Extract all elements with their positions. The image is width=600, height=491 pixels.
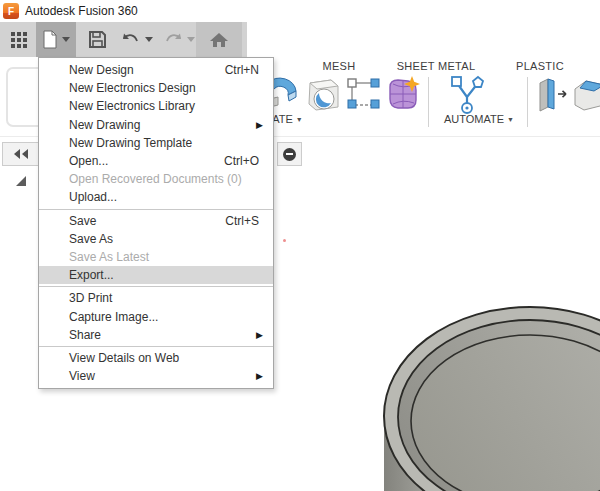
submenu-arrow-icon: ▶: [256, 120, 263, 130]
menu-item-label: Save As: [69, 232, 259, 246]
menu-item-label: Share: [69, 328, 256, 342]
submenu-arrow-icon: ▶: [256, 371, 263, 381]
tab-sheet-metal[interactable]: SHEET METAL: [396, 60, 476, 72]
file-menu-button[interactable]: [36, 22, 76, 57]
menu-item-new-drawing-template[interactable]: New Drawing Template: [39, 134, 273, 152]
mesh-sphere-glyph-icon: [384, 75, 422, 113]
redo-caret-icon: [187, 37, 195, 42]
insert-mesh-glyph-icon: [305, 75, 342, 113]
menu-item-view[interactable]: View ▶: [39, 367, 273, 385]
menu-item-new-drawing[interactable]: New Drawing ▶: [39, 116, 273, 134]
submenu-arrow-icon: ▶: [256, 330, 263, 340]
plastic-wall-glyph-icon: [536, 77, 569, 113]
save-button[interactable]: [80, 22, 114, 57]
redo-icon: [163, 32, 183, 48]
menu-item-share[interactable]: Share ▶: [39, 326, 273, 344]
menu-item-label: New Design: [69, 63, 225, 77]
menu-item-capture-image[interactable]: Capture Image...: [39, 307, 273, 325]
menu-item-view-details-on-web[interactable]: View Details on Web: [39, 349, 273, 367]
marker-dot: [283, 239, 286, 242]
menu-separator: [39, 286, 273, 287]
automate-dropdown-label[interactable]: AUTOMATE▼: [440, 113, 518, 125]
menu-item-save-as-latest: Save As Latest: [39, 248, 273, 266]
mesh-sphere-icon[interactable]: [384, 75, 422, 117]
app-grid-button[interactable]: [4, 22, 34, 57]
automate-glyph-icon: [447, 75, 487, 115]
quick-access-toolbar: [0, 22, 247, 57]
undo-icon: [121, 32, 141, 48]
menu-separator: [39, 346, 273, 347]
menu-item-label: Save: [69, 214, 225, 228]
undo-caret-icon: [145, 37, 153, 42]
plastic-boss-glyph-icon: [572, 77, 600, 113]
menu-item-shortcut: Ctrl+O: [224, 154, 259, 168]
tab-mesh[interactable]: MESH: [318, 60, 360, 72]
save-icon: [89, 31, 106, 48]
menu-item-shortcut: Ctrl+S: [225, 214, 259, 228]
menu-item-shortcut: Ctrl+N: [225, 63, 259, 77]
menu-item-open[interactable]: Open... Ctrl+O: [39, 152, 273, 170]
collapse-tab-button[interactable]: [277, 142, 302, 166]
menu-item-label: Save As Latest: [69, 250, 259, 264]
edit-mesh-icon[interactable]: [347, 78, 380, 114]
menu-item-3d-print[interactable]: 3D Print: [39, 289, 273, 307]
menu-item-upload[interactable]: Upload...: [39, 188, 273, 206]
plastic-wall-icon[interactable]: [536, 77, 569, 117]
waffle-menu-icon: [10, 31, 28, 49]
menu-item-label: New Drawing Template: [69, 136, 259, 150]
tab-plastic[interactable]: PLASTIC: [512, 60, 568, 72]
menu-item-label: New Drawing: [69, 118, 256, 132]
file-menu-caret-icon: [62, 37, 70, 42]
title-bar: F Autodesk Fusion 360: [0, 0, 600, 22]
menu-item-label: 3D Print: [69, 291, 259, 305]
menu-item-label: Open Recovered Documents (0): [69, 172, 259, 186]
home-icon: [209, 31, 229, 49]
fusion-360-window: F Autodesk Fusion 360: [0, 0, 600, 491]
insert-mesh-icon[interactable]: [305, 75, 342, 117]
ribbon-separator: [527, 77, 528, 127]
menu-item-export[interactable]: Export...: [39, 266, 273, 284]
menu-separator: [39, 209, 273, 210]
scroll-tabs-left-button[interactable]: [2, 142, 39, 166]
menu-item-label: View Details on Web: [69, 351, 259, 365]
menu-item-save[interactable]: Save Ctrl+S: [39, 212, 273, 230]
cylinder-model[interactable]: [340, 300, 600, 491]
menu-item-new-electronics-design[interactable]: New Electronics Design: [39, 79, 273, 97]
menu-item-label: View: [69, 369, 256, 383]
menu-item-new-electronics-library[interactable]: New Electronics Library: [39, 97, 273, 115]
automate-label-text: AUTOMATE: [444, 113, 504, 125]
menu-item-label: New Electronics Library: [69, 99, 259, 113]
fusion-logo-icon: F: [3, 3, 19, 19]
menu-item-open-recovered-documents: Open Recovered Documents (0): [39, 170, 273, 188]
window-title: Autodesk Fusion 360: [25, 4, 138, 18]
menu-item-label: New Electronics Design: [69, 81, 259, 95]
undo-button[interactable]: [116, 22, 158, 57]
menu-item-new-design[interactable]: New Design Ctrl+N: [39, 61, 273, 79]
home-button[interactable]: [196, 22, 242, 57]
new-file-icon: [42, 30, 58, 49]
edit-mesh-glyph-icon: [347, 78, 380, 110]
minus-circle-icon: [283, 148, 296, 161]
double-left-arrow-icon: [13, 149, 29, 159]
file-dropdown-menu: New Design Ctrl+N New Electronics Design…: [38, 57, 274, 389]
plastic-boss-icon[interactable]: [572, 77, 600, 117]
ribbon-separator: [428, 77, 429, 127]
automate-dropdown-arrow-icon: ▼: [507, 116, 514, 123]
menu-item-label: Capture Image...: [69, 310, 259, 324]
create-dropdown-arrow-icon: ▼: [296, 116, 303, 123]
menu-item-label: Export...: [69, 268, 259, 282]
menu-item-save-as[interactable]: Save As: [39, 230, 273, 248]
menu-item-label: Upload...: [69, 190, 259, 204]
browser-expand-triangle-icon[interactable]: [16, 176, 26, 186]
redo-button[interactable]: [158, 22, 200, 57]
menu-item-label: Open...: [69, 154, 224, 168]
